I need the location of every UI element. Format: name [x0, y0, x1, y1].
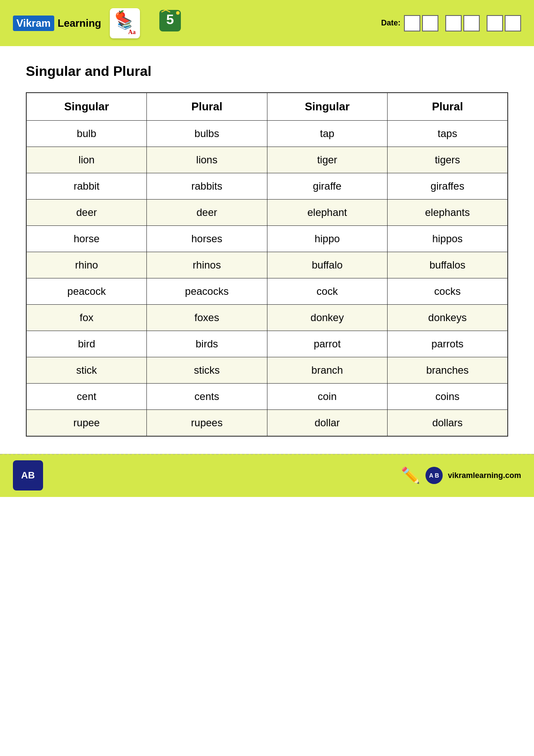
date-section: Date:	[381, 15, 521, 31]
table-cell: lion	[26, 147, 147, 173]
table-cell: cent	[26, 384, 147, 410]
table-cell: birds	[147, 331, 267, 357]
date-box-1[interactable]	[404, 15, 420, 31]
table-cell: dollar	[267, 410, 388, 437]
table-cell: bulbs	[147, 121, 267, 147]
table-cell: foxes	[147, 305, 267, 331]
table-cell: horses	[147, 226, 267, 252]
table-cell: cock	[267, 278, 388, 305]
table-cell: bird	[26, 331, 147, 357]
footer-website: vikramlearning.com	[448, 471, 521, 480]
main-content: Singular and Plural Singular Plural Sing…	[0, 46, 534, 454]
table-cell: buffalos	[388, 252, 508, 278]
table-cell: deer	[26, 200, 147, 226]
table-row: lionlionstigertigers	[26, 147, 508, 173]
table-cell: fox	[26, 305, 147, 331]
footer-right: ✏️ A B vikramlearning.com	[401, 466, 521, 484]
date-box-6[interactable]	[505, 15, 521, 31]
table-cell: branches	[388, 357, 508, 384]
table-row: birdbirdsparrotparrots	[26, 331, 508, 357]
table-cell: branch	[267, 357, 388, 384]
logo-container: Vikram Learning	[13, 16, 101, 31]
table-cell: rhino	[26, 252, 147, 278]
table-cell: giraffe	[267, 173, 388, 200]
table-row: sticksticksbranchbranches	[26, 357, 508, 384]
table-cell: bulb	[26, 121, 147, 147]
table-cell: stick	[26, 357, 147, 384]
footer-ab-badge: A B	[425, 467, 443, 484]
footer-ab-left: AB	[21, 470, 35, 481]
date-box-3[interactable]	[445, 15, 462, 31]
page-title: Singular and Plural	[26, 63, 508, 79]
book-icon: 📚 🍎 Aa	[110, 8, 140, 38]
date-boxes	[404, 15, 521, 31]
table-cell: rabbit	[26, 173, 147, 200]
table-cell: rabbits	[147, 173, 267, 200]
table-row: rabbitrabbitsgiraffegiraffes	[26, 173, 508, 200]
svg-text:5: 5	[166, 12, 174, 27]
table-cell: tiger	[267, 147, 388, 173]
table-row: rupeerupeesdollardollars	[26, 410, 508, 437]
logo-vikram: Vikram	[13, 16, 54, 31]
footer: AB ✏️ A B vikramlearning.com	[0, 454, 534, 497]
table-cell: horse	[26, 226, 147, 252]
header-plural-1: Plural	[147, 93, 267, 121]
table-cell: parrot	[267, 331, 388, 357]
table-cell: dollars	[388, 410, 508, 437]
table-row: horsehorseshippohippos	[26, 226, 508, 252]
table-cell: giraffes	[388, 173, 508, 200]
word-table: Singular Plural Singular Plural bulbbulb…	[26, 92, 508, 437]
table-cell: sticks	[147, 357, 267, 384]
table-cell: coins	[388, 384, 508, 410]
header-green-icon: 5	[157, 8, 183, 38]
table-row: centcentscoincoins	[26, 384, 508, 410]
table-cell: rhinos	[147, 252, 267, 278]
table-cell: coin	[267, 384, 388, 410]
table-cell: hippo	[267, 226, 388, 252]
date-box-5[interactable]	[487, 15, 503, 31]
date-box-2[interactable]	[422, 15, 438, 31]
table-cell: deer	[147, 200, 267, 226]
svg-point-2	[176, 11, 180, 15]
header-singular-1: Singular	[26, 93, 147, 121]
table-cell: parrots	[388, 331, 508, 357]
logo-learning: Learning	[58, 17, 101, 29]
table-cell: buffalo	[267, 252, 388, 278]
table-cell: cents	[147, 384, 267, 410]
footer-pencil-icon: ✏️	[401, 466, 420, 484]
date-box-4[interactable]	[463, 15, 480, 31]
table-row: bulbbulbstaptaps	[26, 121, 508, 147]
table-cell: cocks	[388, 278, 508, 305]
table-cell: hippos	[388, 226, 508, 252]
table-row: foxfoxesdonkeydonkeys	[26, 305, 508, 331]
table-cell: rupee	[26, 410, 147, 437]
header-plural-2: Plural	[388, 93, 508, 121]
date-label: Date:	[381, 19, 400, 28]
table-cell: elephants	[388, 200, 508, 226]
footer-wave-line	[0, 454, 534, 456]
table-cell: taps	[388, 121, 508, 147]
table-header-row: Singular Plural Singular Plural	[26, 93, 508, 121]
table-row: peacockpeacockscockcocks	[26, 278, 508, 305]
footer-ab-label: A B	[429, 472, 439, 479]
table-row: deerdeerelephantelephants	[26, 200, 508, 226]
header-singular-2: Singular	[267, 93, 388, 121]
table-cell: peacock	[26, 278, 147, 305]
table-cell: donkeys	[388, 305, 508, 331]
table-cell: elephant	[267, 200, 388, 226]
table-cell: tap	[267, 121, 388, 147]
footer-book-icon: AB	[13, 460, 43, 490]
table-cell: peacocks	[147, 278, 267, 305]
table-cell: donkey	[267, 305, 388, 331]
table-cell: rupees	[147, 410, 267, 437]
header: Vikram Learning 📚 🍎 Aa 5 Date:	[0, 0, 534, 46]
table-cell: lions	[147, 147, 267, 173]
table-cell: tigers	[388, 147, 508, 173]
table-row: rhinorhinosbuffalobuffalos	[26, 252, 508, 278]
